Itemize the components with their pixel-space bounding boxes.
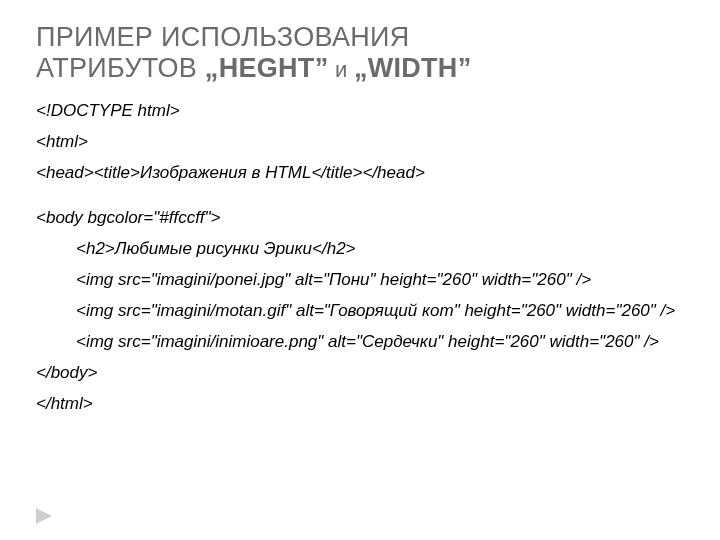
title-line1: ПРИМЕР ИСПОЛЬЗОВАНИЯ <box>36 22 410 52</box>
play-arrow-icon <box>36 508 56 524</box>
code-line: <html> <box>36 133 684 150</box>
title-and: и <box>328 57 353 82</box>
slide-title: ПРИМЕР ИСПОЛЬЗОВАНИЯ АТРИБУТОВ „HEGHT” и… <box>36 22 684 84</box>
code-line: </html> <box>36 395 684 412</box>
svg-marker-0 <box>36 508 52 524</box>
code-line: <img src="imagini/inimioare.png" alt="Се… <box>36 333 684 350</box>
code-gap <box>36 195 684 209</box>
code-block: <!DOCTYPE html> <html> <head><title>Изоб… <box>36 102 684 412</box>
code-line: <body bgcolor="#ffccff"> <box>36 209 684 226</box>
code-line: <head><title>Изображения в HTML</title><… <box>36 164 684 181</box>
slide: ПРИМЕР ИСПОЛЬЗОВАНИЯ АТРИБУТОВ „HEGHT” и… <box>0 0 720 540</box>
code-line: <!DOCTYPE html> <box>36 102 684 119</box>
code-line: <img src="imagini/ponei.jpg" alt="Пони" … <box>36 271 684 288</box>
code-line: <img src="imagini/motan.gif" alt="Говоря… <box>36 302 684 319</box>
title-width: „WIDTH” <box>354 53 472 83</box>
code-line: </body> <box>36 364 684 381</box>
code-line: <h2>Любимые рисунки Эрики</h2> <box>36 240 684 257</box>
title-heght: „HEGHT” <box>205 53 329 83</box>
title-line2-prefix: АТРИБУТОВ <box>36 53 205 83</box>
